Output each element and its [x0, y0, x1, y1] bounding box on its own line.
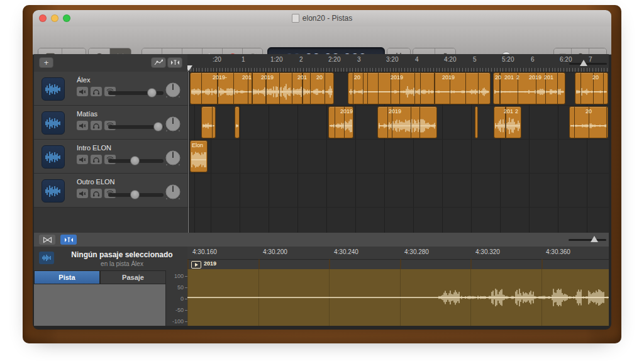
track-lanes: 2019-20120192012020201920192020122019201…	[187, 72, 609, 233]
audio-region[interactable]: 20	[569, 106, 608, 138]
region-waveform	[349, 84, 489, 100]
track-volume-slider[interactable]	[108, 125, 164, 129]
editor-time-ruler[interactable]: 4:30.1604:30.2004:30.2404:30.2804:30.320…	[187, 247, 609, 260]
mute-button[interactable]	[77, 87, 88, 96]
audio-region[interactable]	[201, 106, 216, 138]
editor-ruler-label: 4:30.160	[192, 248, 217, 255]
pan-knob[interactable]	[165, 116, 181, 136]
automation-button[interactable]	[151, 57, 166, 68]
no-selection-title: Ningún pasaje seleccionado	[57, 250, 187, 259]
audio-region[interactable]: 2019	[328, 106, 353, 138]
editor-ruler-label: 4:30.280	[404, 248, 429, 255]
region-waveform	[191, 84, 333, 100]
track-header-row[interactable]: Álex	[34, 72, 187, 106]
editor-zoom-slider[interactable]	[569, 235, 606, 244]
solo-button[interactable]	[91, 189, 102, 198]
mute-button[interactable]	[77, 121, 88, 130]
track-header-toolbar: +	[34, 54, 187, 72]
track-header-row[interactable]: Matías	[34, 106, 187, 140]
pan-knob[interactable]	[165, 150, 181, 170]
region-label: Elon	[192, 142, 203, 148]
zoom-slider-thumb[interactable]	[580, 60, 587, 66]
region-split-line	[574, 107, 575, 138]
audio-region[interactable]: 2019	[377, 106, 437, 138]
region-split-line	[557, 73, 558, 104]
editor-ruler-label: 4:30.360	[546, 248, 570, 255]
traffic-lights	[39, 14, 70, 22]
region-label: 201	[242, 74, 252, 81]
solo-button[interactable]	[91, 121, 102, 130]
track-volume-thumb[interactable]	[130, 156, 140, 165]
audio-region[interactable]: 2019-201201920120	[190, 72, 334, 104]
editor-catch-playhead-button[interactable]	[60, 235, 77, 245]
horizontal-zoom-slider[interactable]	[569, 59, 607, 68]
region-split-line	[292, 73, 292, 104]
close-window-button[interactable]	[39, 14, 47, 22]
audio-editor: Ningún pasaje seleccionado en la pista Á…	[34, 233, 609, 326]
ruler-label: 2	[299, 56, 303, 63]
track-header-row[interactable]: Outro ELON	[34, 174, 187, 208]
catch-playhead-button[interactable]	[167, 57, 182, 68]
track-volume-slider[interactable]	[108, 91, 164, 95]
audio-region[interactable]: Elon	[190, 140, 208, 172]
mute-button[interactable]	[77, 189, 88, 198]
region-label: 2019	[442, 74, 455, 81]
track-volume-thumb[interactable]	[153, 122, 163, 131]
region-split-line	[367, 73, 368, 104]
pan-knob[interactable]	[165, 184, 181, 204]
audio-region[interactable]: 20	[575, 72, 608, 104]
track-thumbnail-icon	[42, 77, 65, 101]
track-volume-slider[interactable]	[108, 159, 164, 163]
ruler-label: 5:20	[502, 56, 514, 63]
zoom-window-button[interactable]	[63, 14, 70, 22]
catch-playhead-icon	[64, 236, 74, 243]
region-split-line	[419, 107, 420, 138]
timeline: :2011:2022:2033:2044:2055:2066:2077:20 2…	[187, 54, 609, 233]
blue-waveform-glyph	[41, 254, 52, 262]
audio-region[interactable]: 2020122019201	[493, 72, 565, 104]
audio-region[interactable]: 2020192019	[348, 72, 491, 104]
audio-region[interactable]	[235, 106, 240, 138]
playhead-marker[interactable]	[187, 65, 192, 71]
track-lane: 2019-20120192012020201920192020122019201…	[187, 72, 609, 106]
editor-region-header[interactable]: 2019	[187, 259, 609, 270]
track-header-column: + ÁlexMatíasIntro ELONOutro ELON	[34, 54, 187, 233]
timeline-ruler[interactable]: :2011:2022:2033:2044:2055:2066:2077:20	[187, 54, 609, 72]
scale-label: 100	[174, 273, 184, 279]
tab-pasaje[interactable]: Pasaje	[100, 270, 166, 284]
ruler-label: 3	[357, 56, 361, 63]
mute-button[interactable]	[77, 155, 88, 164]
track-header-row[interactable]: Intro ELON	[34, 140, 187, 174]
track-volume-slider[interactable]	[108, 193, 164, 197]
region-waveform	[203, 118, 214, 134]
scale-label: 0	[180, 296, 184, 302]
ruler-label: 3:20	[386, 56, 398, 63]
tab-pista[interactable]: Pista	[34, 270, 100, 284]
minimize-window-button[interactable]	[51, 14, 58, 22]
region-split-line	[378, 73, 379, 104]
region-label: 2019-	[213, 74, 227, 81]
track-name: Outro ELON	[77, 178, 115, 186]
audio-region[interactable]	[475, 106, 478, 138]
region-split-line	[233, 73, 234, 104]
track-name: Álex	[77, 76, 90, 84]
scale-label: 50	[177, 284, 184, 291]
titlebar[interactable]: elon20 - Pistas	[33, 10, 611, 27]
region-label: 20	[586, 108, 592, 114]
pan-knob[interactable]	[165, 82, 181, 102]
add-track-button[interactable]: +	[39, 57, 53, 68]
bowtie-flex-icon	[43, 236, 52, 243]
track-volume-thumb[interactable]	[147, 88, 157, 97]
region-split-line	[335, 107, 335, 138]
editor-zoom-slider-thumb[interactable]	[591, 236, 598, 242]
solo-button[interactable]	[91, 87, 102, 96]
solo-button[interactable]	[91, 155, 102, 164]
region-split-line	[603, 73, 604, 104]
region-play-icon[interactable]	[191, 261, 201, 269]
flex-button[interactable]	[39, 235, 55, 245]
editor-waveform-section: 4:30.1604:30.2004:30.2404:30.2804:30.320…	[187, 247, 609, 326]
track-volume-thumb[interactable]	[130, 190, 140, 199]
toolbar: ?	[33, 26, 611, 55]
region-split-line	[478, 73, 479, 104]
audio-region[interactable]: 2012	[494, 106, 521, 138]
